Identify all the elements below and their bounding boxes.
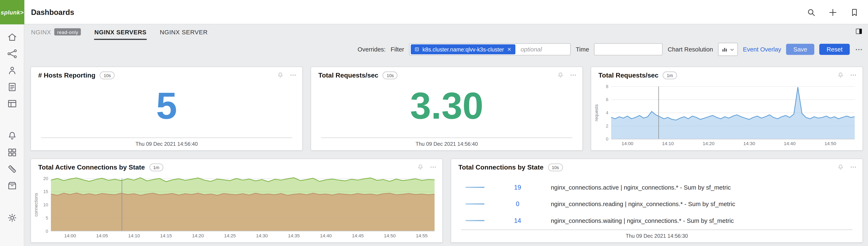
filter-label: Filter [391, 46, 404, 53]
series-label: nginx_connections.active | nginx_connect… [551, 184, 731, 191]
card-alert-bell-icon[interactable] [837, 164, 844, 171]
reset-button[interactable]: Reset [819, 44, 850, 55]
legend-row[interactable]: 14 nginx_connections.waiting | nginx_con… [460, 212, 854, 229]
filter-input[interactable]: k8s.cluster.name:qlvv-k3s-cluster option… [409, 43, 571, 55]
card-header: Total Requests/sec 10s [318, 72, 549, 79]
panel-toggle-icon[interactable] [855, 27, 863, 35]
svg-text:8: 8 [606, 84, 609, 89]
requests-timeseries-chart[interactable]: 0246814:0014:1014:2014:3014:4014:50reque… [593, 82, 859, 148]
time-input[interactable] [594, 43, 662, 55]
card-alert-bell-icon[interactable] [417, 164, 424, 171]
card-actions [557, 72, 577, 79]
hosts-reporting-value: 5 [31, 81, 302, 129]
dashboard-tabbar: NGINX read-only NGINX SERVERS NGINX SERV… [24, 24, 868, 40]
svg-text:20: 20 [43, 176, 48, 181]
svg-text:14:00: 14:00 [622, 141, 633, 146]
svg-text:4: 4 [606, 110, 609, 115]
chevron-down-icon [730, 47, 735, 52]
data-management-icon[interactable] [6, 180, 18, 191]
log-observer-icon[interactable] [6, 81, 18, 92]
infrastructure-icon[interactable] [6, 65, 18, 76]
svg-text:14:10: 14:10 [128, 233, 140, 238]
bookmark-icon[interactable] [850, 7, 859, 17]
metrics-ruler-icon[interactable] [6, 164, 18, 175]
card-more-icon[interactable] [289, 72, 297, 79]
chip-remove-icon[interactable] [507, 47, 512, 52]
overrides-more-icon[interactable] [855, 45, 863, 54]
splunk-logo[interactable]: splunk> [0, 0, 24, 24]
create-plus-icon[interactable] [828, 7, 838, 17]
time-label: Time [576, 46, 589, 53]
tab-nginx-servers[interactable]: NGINX SERVERS [94, 29, 146, 40]
resolution-badge: 1m [149, 164, 163, 171]
card-more-icon[interactable] [850, 164, 857, 171]
apm-icon[interactable] [6, 48, 18, 59]
filter-chip-icon [414, 47, 420, 52]
card-title: Total Requests/sec [598, 72, 658, 79]
svg-text:requests: requests [594, 104, 599, 121]
overrides-bar: Overrides: Filter k8s.cluster.name:qlvv-… [24, 40, 868, 59]
card-connections-by-state: Total Connections by State 10s 19 nginx_… [451, 159, 863, 243]
main-area: NGINX read-only NGINX SERVERS NGINX SERV… [24, 24, 868, 246]
svg-text:14:35: 14:35 [288, 233, 300, 238]
card-timestamp: Thu 09 Dec 2021 14:56:30 [461, 229, 852, 239]
navigation-grid-icon[interactable] [6, 147, 18, 158]
legend-row[interactable]: 19 nginx_connections.active | nginx_conn… [460, 179, 854, 196]
card-actions [837, 164, 857, 171]
svg-text:15: 15 [43, 189, 48, 194]
svg-text:14:15: 14:15 [160, 233, 172, 238]
card-actions [837, 72, 857, 79]
svg-text:14:55: 14:55 [416, 233, 428, 238]
resolution-badge: 1m [663, 72, 677, 79]
series-value[interactable]: 0 [485, 201, 551, 207]
tab-nginx-server[interactable]: NGINX SERVER [160, 29, 208, 40]
filter-placeholder: optional [521, 46, 542, 53]
card-more-icon[interactable] [850, 72, 857, 79]
top-header: splunk> Dashboards [0, 0, 868, 24]
card-header: Total Requests/sec 1m [598, 72, 829, 79]
card-alert-bell-icon[interactable] [837, 72, 844, 79]
resolution-badge: 10s [383, 72, 398, 79]
alerts-bell-icon[interactable] [6, 130, 18, 141]
svg-text:14:00: 14:00 [64, 233, 76, 238]
card-alert-bell-icon[interactable] [277, 72, 284, 79]
card-timestamp: Thu 09 Dec 2021 14:56:40 [41, 137, 292, 147]
svg-text:14:45: 14:45 [352, 233, 364, 238]
series-line-swatch [466, 187, 485, 188]
card-timestamp: Thu 09 Dec 2021 14:56:40 [321, 137, 572, 147]
overrides-label: Overrides: [358, 46, 386, 53]
svg-text:5: 5 [45, 216, 48, 221]
card-title: # Hosts Reporting [38, 72, 95, 79]
card-actions [417, 164, 437, 171]
svg-text:14:05: 14:05 [96, 233, 108, 238]
card-title: Total Requests/sec [318, 72, 378, 79]
card-header: # Hosts Reporting 10s [38, 72, 269, 79]
card-title: Total Connections by State [458, 164, 544, 171]
search-icon[interactable] [806, 7, 816, 17]
svg-text:14:20: 14:20 [192, 233, 204, 238]
series-value[interactable]: 14 [485, 217, 551, 224]
tab-nginx[interactable]: NGINX read-only [31, 28, 81, 40]
card-alert-bell-icon[interactable] [557, 72, 564, 79]
svg-text:14:20: 14:20 [703, 141, 714, 146]
metric-legend-list: 19 nginx_connections.active | nginx_conn… [460, 179, 854, 229]
dashboard-grid: # Hosts Reporting 10s 5 Thu 09 Dec 2021 … [24, 59, 868, 246]
settings-gear-icon[interactable] [6, 212, 18, 223]
card-more-icon[interactable] [430, 164, 437, 171]
card-more-icon[interactable] [570, 72, 577, 79]
legend-row[interactable]: 0 nginx_connections.reading | nginx_conn… [460, 196, 854, 212]
svg-text:14:50: 14:50 [384, 233, 396, 238]
card-header: Total Active Connections by State 1m [38, 164, 409, 171]
series-value[interactable]: 19 [485, 184, 551, 191]
filter-chip[interactable]: k8s.cluster.name:qlvv-k3s-cluster [411, 44, 516, 54]
svg-text:14:50: 14:50 [825, 141, 836, 146]
event-overlay-link[interactable]: Event Overlay [743, 46, 781, 53]
connections-timeseries-chart[interactable]: 0510152014:0014:0514:1014:1514:2014:2514… [33, 175, 439, 240]
filter-chip-label: k8s.cluster.name:qlvv-k3s-cluster [423, 46, 504, 52]
save-button[interactable]: Save [786, 44, 814, 55]
splunk-observability-dashboard: splunk> Dashboards [0, 0, 868, 246]
chart-resolution-dropdown[interactable] [718, 43, 738, 56]
home-icon[interactable] [6, 32, 18, 43]
dashboards-icon[interactable] [6, 98, 18, 109]
read-only-badge: read-only [55, 28, 81, 35]
